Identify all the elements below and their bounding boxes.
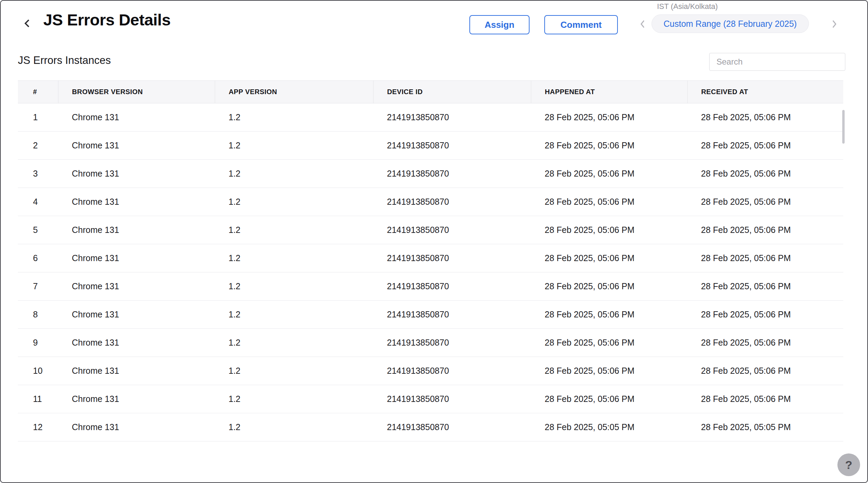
table-cell: 1.2	[215, 216, 373, 244]
table-cell: Chrome 131	[58, 216, 215, 244]
table-cell: 2141913850870	[373, 272, 531, 301]
table-row[interactable]: 3Chrome 1311.2214191385087028 Feb 2025, …	[18, 160, 843, 188]
page-title: JS Errors Details	[43, 10, 170, 29]
table-cell: 9	[18, 329, 58, 357]
table-cell: 1	[18, 103, 58, 132]
table-cell: 28 Feb 2025, 05:05 PM	[531, 413, 687, 441]
table-cell: 28 Feb 2025, 05:06 PM	[687, 357, 843, 385]
table-header: # BROWSER VERSION APP VERSION DEVICE ID …	[18, 81, 843, 103]
table-cell: 28 Feb 2025, 05:06 PM	[531, 357, 687, 385]
instances-table: # BROWSER VERSION APP VERSION DEVICE ID …	[18, 80, 843, 441]
table-cell: 28 Feb 2025, 05:06 PM	[531, 103, 687, 132]
table-row[interactable]: 12Chrome 1311.2214191385087028 Feb 2025,…	[18, 413, 843, 441]
table-cell: 2141913850870	[373, 216, 531, 244]
table-cell: 28 Feb 2025, 05:06 PM	[687, 160, 843, 188]
column-header-browser-version: BROWSER VERSION	[58, 81, 215, 103]
date-range-prev-button[interactable]	[636, 17, 649, 32]
search-input[interactable]	[709, 53, 845, 71]
table-cell: 1.2	[215, 301, 373, 329]
table-row[interactable]: 7Chrome 1311.2214191385087028 Feb 2025, …	[18, 272, 843, 301]
date-range-next-button[interactable]	[827, 17, 841, 32]
table-cell: 28 Feb 2025, 05:06 PM	[531, 272, 687, 301]
table-cell: Chrome 131	[58, 272, 215, 301]
timezone-label: IST (Asia/Kolkata)	[657, 2, 718, 11]
table-cell: 1.2	[215, 413, 373, 441]
table-cell: 28 Feb 2025, 05:06 PM	[687, 385, 843, 413]
instances-section-header: JS Errors Instances	[0, 48, 868, 81]
table-cell: 5	[18, 216, 58, 244]
table-cell: 11	[18, 385, 58, 413]
table-cell: 28 Feb 2025, 05:06 PM	[687, 301, 843, 329]
table-cell: 2	[18, 132, 58, 160]
table-cell: 2141913850870	[373, 329, 531, 357]
chevron-left-icon	[639, 20, 646, 30]
page-header: JS Errors Details Assign Comment IST (As…	[0, 0, 868, 48]
column-header-received-at: RECEIVED AT	[687, 81, 843, 103]
column-header-happened-at: HAPPENED AT	[531, 81, 687, 103]
table-cell: 28 Feb 2025, 05:06 PM	[687, 329, 843, 357]
table-row[interactable]: 5Chrome 1311.2214191385087028 Feb 2025, …	[18, 216, 843, 244]
table-row[interactable]: 6Chrome 1311.2214191385087028 Feb 2025, …	[18, 244, 843, 272]
table-cell: 1.2	[215, 160, 373, 188]
chevron-right-icon	[831, 20, 837, 30]
table-cell: 28 Feb 2025, 05:06 PM	[531, 301, 687, 329]
table-cell: 28 Feb 2025, 05:06 PM	[687, 132, 843, 160]
table-cell: 2141913850870	[373, 413, 531, 441]
column-header-device-id: DEVICE ID	[373, 81, 531, 103]
table-cell: 1.2	[215, 357, 373, 385]
table-row[interactable]: 9Chrome 1311.2214191385087028 Feb 2025, …	[18, 329, 843, 357]
table-cell: 8	[18, 301, 58, 329]
table-cell: Chrome 131	[58, 329, 215, 357]
table-cell: 28 Feb 2025, 05:06 PM	[687, 216, 843, 244]
table-cell: 2141913850870	[373, 132, 531, 160]
back-button[interactable]	[19, 16, 36, 32]
table-cell: 28 Feb 2025, 05:06 PM	[531, 329, 687, 357]
chevron-left-icon	[22, 18, 33, 30]
table-cell: Chrome 131	[58, 301, 215, 329]
table-cell: 28 Feb 2025, 05:06 PM	[531, 188, 687, 216]
table-cell: Chrome 131	[58, 357, 215, 385]
table-cell: 1.2	[215, 385, 373, 413]
table-cell: Chrome 131	[58, 132, 215, 160]
table-cell: 12	[18, 413, 58, 441]
column-header-index: #	[18, 81, 58, 103]
table-row[interactable]: 11Chrome 1311.2214191385087028 Feb 2025,…	[18, 385, 843, 413]
column-header-app-version: APP VERSION	[215, 81, 373, 103]
table-cell: 2141913850870	[373, 188, 531, 216]
help-button[interactable]: ?	[837, 453, 860, 476]
table-cell: 28 Feb 2025, 05:05 PM	[687, 413, 843, 441]
table-cell: 28 Feb 2025, 05:06 PM	[531, 385, 687, 413]
assign-button[interactable]: Assign	[469, 15, 530, 34]
table-cell: 2141913850870	[373, 357, 531, 385]
table-cell: 1.2	[215, 103, 373, 132]
table-cell: 28 Feb 2025, 05:06 PM	[531, 160, 687, 188]
table-body: 1Chrome 1311.2214191385087028 Feb 2025, …	[18, 103, 843, 441]
table-cell: 28 Feb 2025, 05:06 PM	[531, 244, 687, 272]
date-range-selector[interactable]: Custom Range (28 February 2025)	[652, 14, 809, 33]
table-cell: 28 Feb 2025, 05:06 PM	[687, 103, 843, 132]
table-cell: 1.2	[215, 272, 373, 301]
table-cell: Chrome 131	[58, 413, 215, 441]
table-cell: 3	[18, 160, 58, 188]
table-cell: Chrome 131	[58, 103, 215, 132]
table-cell: Chrome 131	[58, 188, 215, 216]
table-cell: 4	[18, 188, 58, 216]
section-title: JS Errors Instances	[18, 54, 111, 67]
table-cell: 2141913850870	[373, 160, 531, 188]
table-row[interactable]: 4Chrome 1311.2214191385087028 Feb 2025, …	[18, 188, 843, 216]
table-row[interactable]: 10Chrome 1311.2214191385087028 Feb 2025,…	[18, 357, 843, 385]
table-cell: 28 Feb 2025, 05:06 PM	[531, 216, 687, 244]
table-row[interactable]: 2Chrome 1311.2214191385087028 Feb 2025, …	[18, 132, 843, 160]
table-cell: 28 Feb 2025, 05:06 PM	[687, 272, 843, 301]
table-row[interactable]: 8Chrome 1311.2214191385087028 Feb 2025, …	[18, 301, 843, 329]
table-cell: 2141913850870	[373, 301, 531, 329]
table-cell: Chrome 131	[58, 244, 215, 272]
table-row[interactable]: 1Chrome 1311.2214191385087028 Feb 2025, …	[18, 103, 843, 132]
table-cell: 2141913850870	[373, 103, 531, 132]
table-cell: 1.2	[215, 329, 373, 357]
table-cell: 10	[18, 357, 58, 385]
table-cell: 1.2	[215, 132, 373, 160]
scrollbar-thumb[interactable]	[842, 110, 845, 144]
table-cell: 2141913850870	[373, 385, 531, 413]
comment-button[interactable]: Comment	[544, 15, 618, 34]
